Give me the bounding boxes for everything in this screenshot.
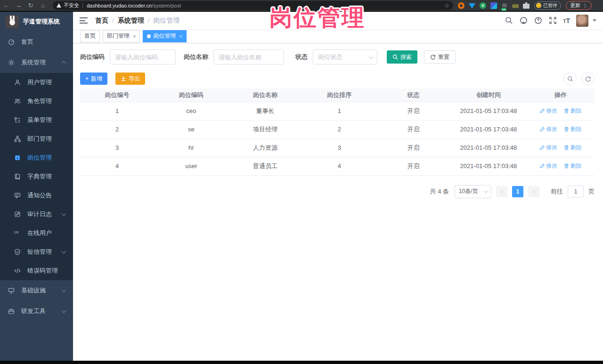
edit-link[interactable]: 修改 [539,144,557,152]
delete-link[interactable]: 删除 [564,107,582,115]
github-icon[interactable] [519,16,528,25]
toggle-search-button[interactable] [563,72,577,85]
bookmark-star-icon[interactable]: ☆ [444,2,449,9]
sidebar-item-home[interactable]: 首页 [0,32,73,52]
refresh-icon [430,54,436,60]
table-row: 4 user 普通员工 4 开启 2021-01-05 17:03:48 修改 … [80,157,595,175]
tag-close-icon[interactable]: × [133,33,136,39]
cell-post-code: ceo [154,102,228,120]
sidebar-item-users[interactable]: 用户管理 [0,73,73,92]
help-icon[interactable] [534,16,542,25]
current-page-button[interactable]: 1 [512,186,523,197]
page-size-select[interactable]: 10条/页 [455,185,491,198]
extension-squares-icon[interactable] [490,2,497,9]
post-name-input[interactable] [213,49,284,65]
search-button[interactable]: 搜索 [387,50,417,64]
sidebar-item-announcements[interactable]: 通知公告 [0,186,73,205]
sidebar-item-departments[interactable]: 部门管理 [0,129,73,148]
app-logo [6,15,19,28]
sidebar-item-audit-log[interactable]: 审计日志 [0,205,73,224]
browser-toolbar: ← → ↻ ⌂ 不安全 dashboard.yudao.iocoder.cn/s… [0,0,603,12]
profile-paused-chip[interactable]: 已暂停 [534,1,561,10]
sidebar-item-infrastructure[interactable]: 基础设施 [0,280,73,301]
org-tree-icon [14,136,21,142]
tag-posts-active[interactable]: 岗位管理 × [143,30,186,42]
security-chip[interactable]: 不安全 [64,2,79,9]
col-post-code: 岗位编码 [154,89,228,102]
address-bar[interactable]: 不安全 dashboard.yudao.iocoder.cn/system/po… [53,1,453,10]
prev-page-button[interactable]: ‹ [496,186,507,197]
browser-menu-icon[interactable]: ⋮ [583,3,587,8]
search-icon [567,76,573,82]
edit-link[interactable]: 修改 [539,162,557,170]
user-avatar[interactable] [576,15,588,27]
fullscreen-icon[interactable] [548,16,557,25]
edit-link[interactable]: 修改 [539,125,557,133]
browser-reload-button[interactable]: ↻ [24,0,37,11]
col-post-sort: 岗位排序 [302,89,376,102]
tag-departments[interactable]: 部门管理 × [103,30,140,42]
posts-table: 岗位编号 岗位编码 岗位名称 岗位排序 状态 创建时间 操作 1 ceo 董事长 [80,89,595,176]
status-select[interactable]: 岗位状态 [313,49,377,65]
edit-link[interactable]: 修改 [539,107,557,115]
post-code-input[interactable] [110,49,176,65]
sidebar-item-dictionary[interactable]: 字典管理 [0,167,73,186]
delete-label: 删除 [570,162,582,170]
edit-label: 修改 [546,144,557,152]
tag-home[interactable]: 首页 [80,30,100,42]
goto-label: 前往 [551,187,563,196]
browser-update-button[interactable]: 更新 ⋮ [566,1,592,10]
reset-button[interactable]: 重置 [424,50,456,64]
sidebar-item-label: 菜单管理 [27,116,52,124]
export-button[interactable]: 导出 [115,73,145,85]
online-user-icon: (a) [14,230,21,236]
sidebar-item-online-users[interactable]: (a) 在线用户 [0,224,73,243]
chevron-down-icon [62,249,66,254]
browser-forward-button[interactable]: → [12,0,24,11]
sidebar-toggle-icon[interactable] [80,17,88,24]
add-button[interactable]: + 新增 [80,73,107,85]
post-badge-icon [14,154,21,161]
goto-page-input[interactable] [568,186,584,198]
breadcrumb-home[interactable]: 首页 [95,16,108,25]
breadcrumb-system[interactable]: 系统管理 [118,16,144,25]
extension-key-icon[interactable] [512,4,519,8]
delete-link[interactable]: 删除 [564,125,582,133]
next-page-button[interactable]: › [528,186,539,197]
search-form: 岗位编码 岗位名称 状态 岗位状态 搜索 重置 [80,49,595,65]
sidebar-item-system[interactable]: 系统管理 [0,52,73,73]
browser-home-button[interactable]: ⌂ [37,0,49,11]
delete-link[interactable]: 删除 [564,144,582,152]
omnibox-divider [82,3,83,8]
gear-icon [8,59,15,66]
sidebar-item-sms[interactable]: 短信管理 [0,243,73,261]
sidebar-item-posts[interactable]: 岗位管理 [0,148,73,167]
extensions-puzzle-icon[interactable] [523,2,530,9]
user-menu-caret-icon[interactable] [593,19,596,22]
dashboard-icon [8,39,15,45]
main-area: 首页 / 系统管理 / 岗位管理 TT 首页 部门管理 × [73,12,603,361]
tag-label: 部门管理 [107,32,130,40]
browser-back-button[interactable]: ← [0,0,12,11]
page-unit-label: 页 [588,187,595,196]
search-icon [392,54,398,60]
font-size-icon[interactable]: TT [563,17,570,24]
search-icon[interactable] [505,16,513,25]
extension-gem-icon[interactable] [469,3,475,8]
extension-on-badge: on [501,8,506,11]
sidebar-item-roles[interactable]: 角色管理 [0,92,73,111]
extension-green-icon[interactable]: V [480,2,486,9]
extension-orange-icon[interactable] [458,2,464,9]
sidebar-logo-row[interactable]: 芋道管理系统 [0,12,73,32]
extension-list-icon[interactable]: on [501,2,508,9]
error-code-icon [14,267,21,274]
chevron-up-icon [62,61,66,65]
sidebar-item-dev-tools[interactable]: 研发工具 [0,301,73,322]
tag-close-icon[interactable]: × [179,33,182,39]
cell-post-id: 1 [80,102,154,120]
cell-post-sort: 2 [302,120,376,138]
sidebar-item-error-codes[interactable]: 错误码管理 [0,261,73,280]
refresh-table-button[interactable] [581,72,595,85]
delete-link[interactable]: 删除 [564,162,582,170]
sidebar-item-menus[interactable]: 菜单管理 [0,111,73,129]
